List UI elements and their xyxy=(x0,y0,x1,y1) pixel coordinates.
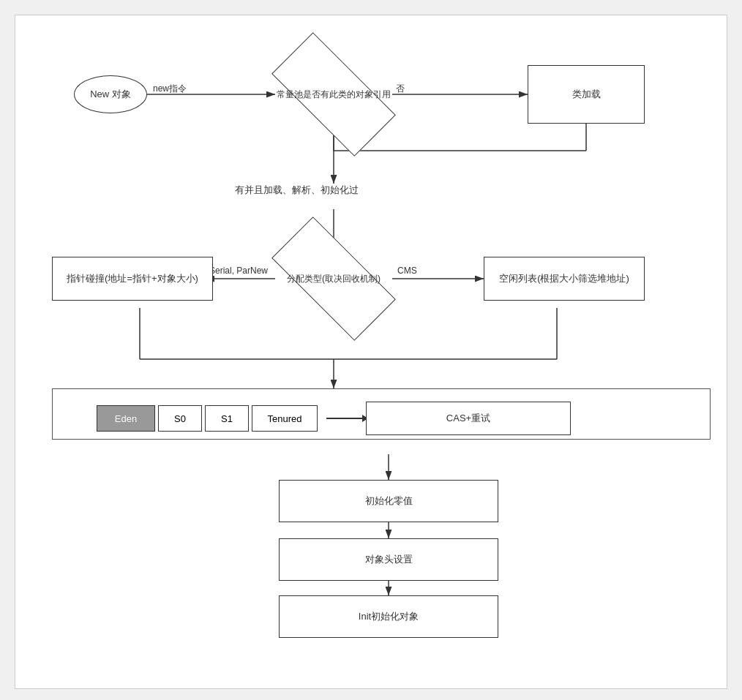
alloc-type-node: 分配类型(取决回收机制) xyxy=(275,249,392,308)
cas-retry-label: CAS+重试 xyxy=(446,412,490,425)
set-header-node: 对象头设置 xyxy=(279,538,498,581)
eden-cell: Eden xyxy=(97,405,155,432)
cms-label: CMS xyxy=(397,266,417,276)
check-pool-text: 常量池是否有此类的对象引用 xyxy=(277,89,391,101)
init-zero-label: 初始化零值 xyxy=(365,494,413,508)
loaded-label: 有并且加载、解析、初始化过 xyxy=(235,184,359,197)
new-object-node: New 对象 xyxy=(74,75,147,113)
s0-cell: S0 xyxy=(158,405,202,432)
no-label: 否 xyxy=(396,83,405,95)
memory-cells: Eden S0 S1 Tenured xyxy=(97,402,571,435)
class-load-node: 类加载 xyxy=(528,65,645,124)
set-header-label: 对象头设置 xyxy=(365,553,413,566)
bump-pointer-label: 指针碰撞(地址=指针+对象大小) xyxy=(67,272,198,285)
new-instruction-label: new指令 xyxy=(153,83,187,95)
flowchart: New 对象 new指令 常量池是否有此类的对象引用 否 类加载 有并且加载、解… xyxy=(30,30,712,674)
mem-arrow xyxy=(326,418,363,419)
init-object-node: Init初始化对象 xyxy=(279,595,498,638)
check-pool-node: 常量池是否有此类的对象引用 xyxy=(275,65,392,124)
free-list-label: 空闲列表(根据大小筛选堆地址) xyxy=(499,272,629,285)
class-load-label: 类加载 xyxy=(572,88,601,101)
arrow-line xyxy=(326,418,363,419)
init-object-label: Init初始化对象 xyxy=(359,610,419,623)
memory-bar-container: Eden S0 S1 Tenured xyxy=(52,388,711,440)
alloc-type-text: 分配类型(取决回收机制) xyxy=(287,273,381,285)
init-zero-node: 初始化零值 xyxy=(279,480,498,522)
serial-parnew-label: Serial, ParNew xyxy=(209,266,268,276)
new-object-label: New 对象 xyxy=(90,88,131,101)
s1-cell: S1 xyxy=(205,405,249,432)
bump-pointer-node: 指针碰撞(地址=指针+对象大小) xyxy=(52,257,213,301)
free-list-node: 空闲列表(根据大小筛选堆地址) xyxy=(484,257,645,301)
canvas: New 对象 new指令 常量池是否有此类的对象引用 否 类加载 有并且加载、解… xyxy=(15,15,727,689)
tenured-cell: Tenured xyxy=(252,405,318,432)
cas-retry-node: CAS+重试 xyxy=(366,402,571,435)
